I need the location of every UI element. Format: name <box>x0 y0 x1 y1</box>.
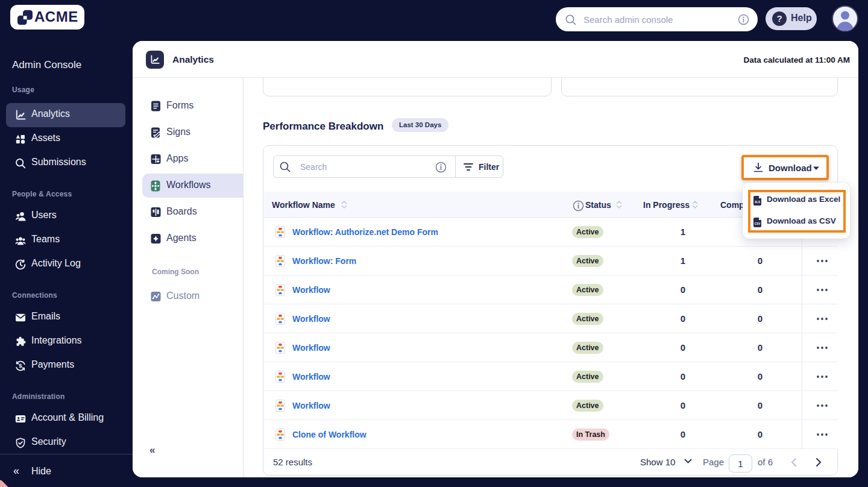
svg-text:XLS: XLS <box>755 201 760 204</box>
svg-text:CSV: CSV <box>755 222 761 225</box>
svg-text:$: $ <box>19 362 22 369</box>
